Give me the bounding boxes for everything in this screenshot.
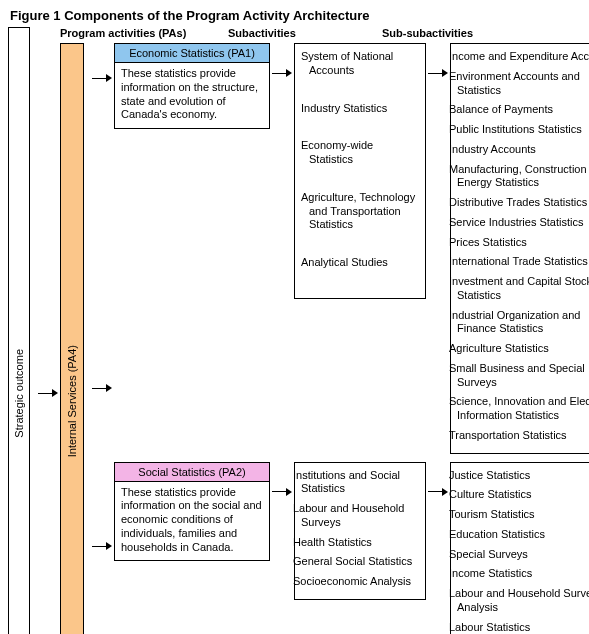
pa-box-pa2: Social Statistics (PA2)These statistics … <box>114 462 270 562</box>
subactivity-item: Analytical Studies <box>301 254 419 292</box>
arrow-icon <box>92 541 112 551</box>
subsubactivities-box-pa1: Income and Expenditure AccountsEnvironme… <box>450 43 589 454</box>
subactivity-item: System of National Accounts <box>301 48 419 100</box>
arrow-icon <box>272 68 292 78</box>
arrow-icon <box>428 68 448 78</box>
subsubactivity-item: Small Business and Special Surveys <box>457 360 589 394</box>
subactivities-box-pa1: System of National AccountsIndustry Stat… <box>294 43 426 299</box>
pa-description: These statistics provide information on … <box>115 63 269 128</box>
subsubactivity-item: Industrial Organization and Finance Stat… <box>457 307 589 341</box>
subactivity-item: Labour and Household Surveys <box>301 500 419 534</box>
subsubactivity-item: Service Industries Statistics <box>457 214 589 234</box>
subsubactivities-box-pa2: Justice StatisticsCulture StatisticsTour… <box>450 462 589 635</box>
subsubactivity-item: Agriculture Statistics <box>457 340 589 360</box>
arrow-icon <box>428 487 448 497</box>
arrow-sub-to-subsub <box>426 462 450 522</box>
subactivity-item: Economy-wide Statistics <box>301 137 419 189</box>
pa-title: Social Statistics (PA2) <box>115 463 269 482</box>
arrow-sub-to-subsub <box>426 43 450 103</box>
arrow-strategic-to-internal <box>36 27 60 634</box>
arrows-internal-to-pas <box>90 43 114 634</box>
subsubactivity-item: Science, Innovation and Electronic Infor… <box>457 393 589 427</box>
internal-services-label: Internal Services (PA4) <box>66 337 78 465</box>
subsubactivity-item: Culture Statistics <box>457 486 589 506</box>
subsubactivity-item: Investment and Capital Stock Statistics <box>457 273 589 307</box>
subsubactivity-item: Manufacturing, Construction and Energy S… <box>457 161 589 195</box>
subactivity-item: Institutions and Social Statistics <box>301 467 419 501</box>
subsubactivity-item: Justice Statistics <box>457 467 589 487</box>
subsubactivity-item: Special Surveys <box>457 546 589 566</box>
subsubactivity-item: Prices Statistics <box>457 234 589 254</box>
diagram-root: Strategic outcome Program activities (PA… <box>8 27 581 634</box>
subsubactivity-item: Education Statistics <box>457 526 589 546</box>
column-headers: Program activities (PAs) Subactivities S… <box>60 27 589 39</box>
subsubactivity-item: Environment Accounts and Statistics <box>457 68 589 102</box>
subactivity-item: Agriculture, Technology and Transportati… <box>301 189 419 254</box>
subactivities-box-pa2: Institutions and Social StatisticsLabour… <box>294 462 426 600</box>
subsubactivity-item: Labour and Household Surveys Analysis <box>457 585 589 619</box>
pa-box-pa1: Economic Statistics (PA1)These statistic… <box>114 43 270 129</box>
subsubactivity-item: Distributive Trades Statistics <box>457 194 589 214</box>
arrow-icon <box>272 487 292 497</box>
subactivity-item: Health Statistics <box>301 534 419 554</box>
figure-title: Figure 1 Components of the Program Activ… <box>10 8 581 23</box>
arrow-pa-to-sub <box>270 43 294 103</box>
subsubactivity-item: International Trade Statistics <box>457 253 589 273</box>
subsubactivity-item: Labour Statistics <box>457 619 589 635</box>
pa-description: These statistics provide information on … <box>115 482 269 561</box>
subsubactivity-item: Income and Expenditure Accounts <box>457 48 589 68</box>
header-subactivities: Subactivities <box>228 27 382 39</box>
subsubactivity-item: Transportation Statistics <box>457 427 589 447</box>
strategic-outcome-box: Strategic outcome <box>8 27 30 634</box>
strategic-outcome-label: Strategic outcome <box>13 341 25 446</box>
header-sub-subactivities: Sub-subactivities <box>382 27 589 39</box>
arrow-pa-to-sub <box>270 462 294 522</box>
subactivity-item: Industry Statistics <box>301 100 419 138</box>
subsubactivity-item: Tourism Statistics <box>457 506 589 526</box>
arrow-icon <box>92 73 112 83</box>
pa-title: Economic Statistics (PA1) <box>115 44 269 63</box>
pa-row-pa1: Economic Statistics (PA1)These statistic… <box>114 43 589 454</box>
rows-container: Economic Statistics (PA1)These statistic… <box>114 43 589 634</box>
subsubactivity-item: Balance of Payments <box>457 101 589 121</box>
pa-row-pa2: Social Statistics (PA2)These statistics … <box>114 462 589 635</box>
subsubactivity-item: Income Statistics <box>457 565 589 585</box>
subactivity-item: General Social Statistics <box>301 553 419 573</box>
subsubactivity-item: Industry Accounts <box>457 141 589 161</box>
subactivity-item: Socioeconomic Analysis <box>301 573 419 593</box>
internal-services-box: Internal Services (PA4) <box>60 43 84 634</box>
arrow-icon <box>92 383 112 393</box>
subsubactivity-item: Public Institutions Statistics <box>457 121 589 141</box>
header-program-activities: Program activities (PAs) <box>60 27 228 39</box>
